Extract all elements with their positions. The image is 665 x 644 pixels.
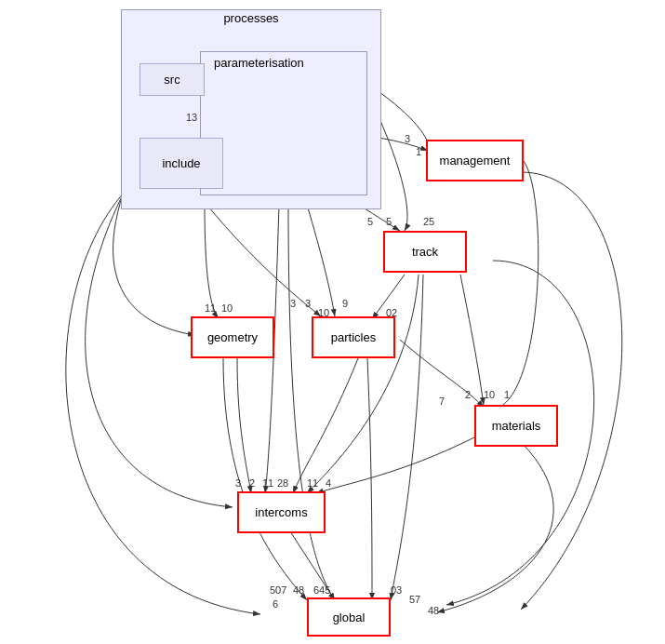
- label-28-intercoms: 28: [277, 477, 288, 489]
- label-57-global: 57: [409, 594, 420, 605]
- label-48-global: 48: [293, 584, 304, 596]
- label-1-management: 1: [416, 146, 421, 157]
- include-label: include: [162, 156, 200, 170]
- label-10-particles: 10: [318, 307, 329, 318]
- global-label: global: [333, 610, 366, 624]
- label-13: 13: [186, 112, 197, 123]
- label-645-global: 645: [313, 584, 330, 596]
- processes-label: processes: [121, 11, 381, 25]
- intercoms-label: intercoms: [255, 505, 307, 519]
- track-label: track: [412, 245, 438, 259]
- label-1-materials: 1: [504, 389, 510, 400]
- label-5b-track: 5: [386, 216, 392, 227]
- materials-node[interactable]: materials: [474, 405, 558, 447]
- geometry-node[interactable]: geometry: [191, 316, 274, 358]
- particles-node[interactable]: particles: [312, 316, 395, 358]
- label-03-global: 03: [391, 584, 402, 596]
- include-node[interactable]: include: [140, 138, 223, 189]
- label-3-management: 3: [405, 133, 410, 144]
- src-node[interactable]: src: [140, 63, 205, 96]
- label-5a-track: 5: [367, 216, 373, 227]
- management-label: management: [440, 154, 511, 168]
- label-507-global: 507: [270, 584, 286, 596]
- label-25-track: 25: [423, 216, 434, 227]
- label-4-intercoms: 4: [326, 477, 331, 489]
- label-3b-particles: 3: [305, 298, 311, 309]
- label-02-particles: 02: [386, 307, 397, 318]
- label-10-materials: 10: [484, 389, 495, 400]
- materials-label: materials: [492, 419, 541, 433]
- global-node[interactable]: global: [307, 597, 391, 637]
- parameterisation-container: [200, 51, 367, 195]
- label-10-geometry: 10: [221, 302, 233, 314]
- track-node[interactable]: track: [383, 231, 467, 273]
- label-2-materials: 2: [465, 389, 471, 400]
- label-2-intercoms: 2: [249, 477, 255, 489]
- label-7-materials: 7: [439, 396, 445, 407]
- label-11b-intercoms: 11: [307, 477, 318, 489]
- geometry-label: geometry: [207, 330, 258, 344]
- label-11-intercoms: 11: [262, 477, 273, 489]
- label-3-intercoms: 3: [235, 477, 241, 489]
- parameterisation-label: parameterisation: [214, 56, 304, 70]
- particles-label: particles: [331, 330, 376, 344]
- label-48b-global: 48: [428, 605, 439, 616]
- label-3a-particles: 3: [290, 298, 296, 309]
- label-6-global: 6: [273, 598, 278, 610]
- intercoms-node[interactable]: intercoms: [237, 491, 326, 533]
- label-11-geometry: 11: [205, 302, 216, 314]
- label-9-particles: 9: [342, 298, 348, 309]
- src-label: src: [164, 73, 180, 87]
- management-node[interactable]: management: [426, 140, 524, 181]
